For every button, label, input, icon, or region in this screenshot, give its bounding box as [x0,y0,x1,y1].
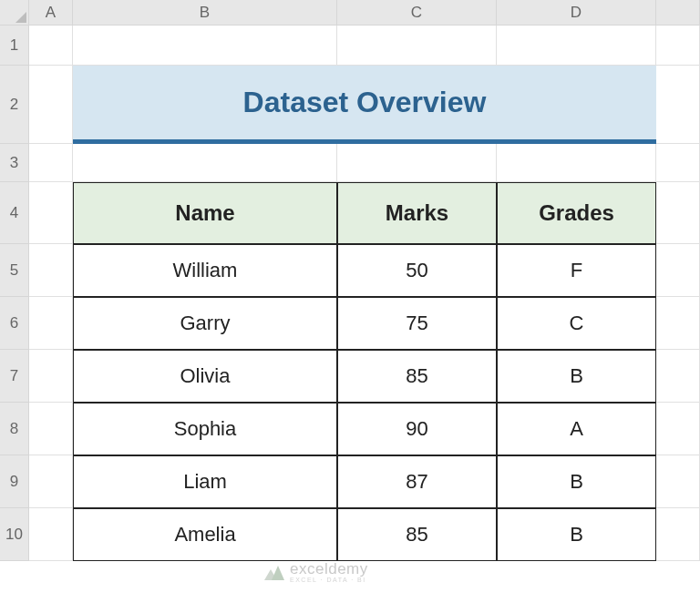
table-cell-name[interactable]: Amelia [73,508,337,561]
cell-E4[interactable] [656,182,700,244]
table-header-grades[interactable]: Grades [497,182,656,244]
dataset-title[interactable]: Dataset Overview [73,66,656,144]
cell-A5[interactable] [29,244,73,297]
table-cell-grades[interactable]: F [497,244,656,297]
table-cell-grades[interactable]: B [497,508,656,561]
select-all-corner[interactable] [0,0,29,26]
row-header-8[interactable]: 8 [0,403,29,455]
cell-A8[interactable] [29,403,73,455]
col-header-B[interactable]: B [73,0,337,26]
watermark-text: exceldemy [290,561,368,577]
cell-D1[interactable] [497,26,656,66]
watermark-icon [264,564,284,580]
cell-E1[interactable] [656,26,700,66]
table-header-marks[interactable]: Marks [337,182,497,244]
row-header-10[interactable]: 10 [0,508,29,561]
watermark-subtext: EXCEL · DATA · BI [290,577,368,583]
cell-A2[interactable] [29,66,73,144]
watermark: exceldemy EXCEL · DATA · BI [264,561,368,583]
table-cell-marks[interactable]: 90 [337,403,497,455]
table-cell-marks[interactable]: 85 [337,350,497,403]
cell-B1[interactable] [73,26,337,66]
table-header-name[interactable]: Name [73,182,337,244]
table-cell-grades[interactable]: B [497,350,656,403]
table-cell-marks[interactable]: 50 [337,244,497,297]
table-cell-marks[interactable]: 87 [337,455,497,508]
table-cell-name[interactable]: Olivia [73,350,337,403]
row-header-9[interactable]: 9 [0,455,29,508]
col-header-D[interactable]: D [497,0,656,26]
table-cell-name[interactable]: Liam [73,455,337,508]
cell-E5[interactable] [656,244,700,297]
row-header-1[interactable]: 1 [0,26,29,66]
spreadsheet-grid: A B C D 1 2 Dataset Overview 3 4 Name Ma… [0,0,700,561]
cell-E3[interactable] [656,144,700,182]
cell-E6[interactable] [656,297,700,350]
cell-A1[interactable] [29,26,73,66]
row-header-3[interactable]: 3 [0,144,29,182]
table-cell-grades[interactable]: B [497,455,656,508]
row-header-6[interactable]: 6 [0,297,29,350]
row-header-4[interactable]: 4 [0,182,29,244]
cell-A9[interactable] [29,455,73,508]
cell-A4[interactable] [29,182,73,244]
col-header-extra[interactable] [656,0,700,26]
table-cell-name[interactable]: Garry [73,297,337,350]
row-header-7[interactable]: 7 [0,350,29,403]
table-cell-name[interactable]: William [73,244,337,297]
cell-A6[interactable] [29,297,73,350]
col-header-A[interactable]: A [29,0,73,26]
table-cell-grades[interactable]: C [497,297,656,350]
table-cell-marks[interactable]: 85 [337,508,497,561]
cell-E2[interactable] [656,66,700,144]
cell-A3[interactable] [29,144,73,182]
cell-D3[interactable] [497,144,656,182]
cell-E7[interactable] [656,350,700,403]
table-cell-grades[interactable]: A [497,403,656,455]
cell-B3[interactable] [73,144,337,182]
row-header-5[interactable]: 5 [0,244,29,297]
cell-C3[interactable] [337,144,497,182]
table-cell-name[interactable]: Sophia [73,403,337,455]
table-cell-marks[interactable]: 75 [337,297,497,350]
cell-A7[interactable] [29,350,73,403]
cell-E8[interactable] [656,403,700,455]
cell-E9[interactable] [656,455,700,508]
cell-A10[interactable] [29,508,73,561]
cell-E10[interactable] [656,508,700,561]
row-header-2[interactable]: 2 [0,66,29,144]
col-header-C[interactable]: C [337,0,497,26]
cell-C1[interactable] [337,26,497,66]
